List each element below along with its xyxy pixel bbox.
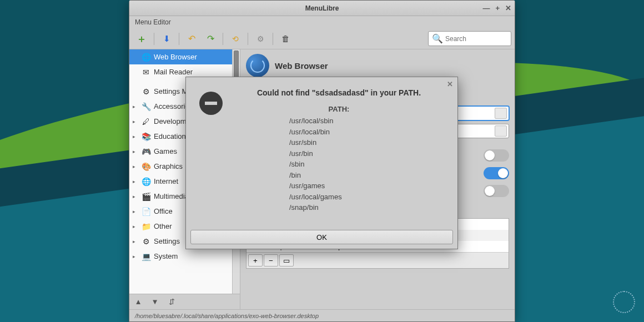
- revert-icon: ⟲: [232, 34, 239, 43]
- delete-button[interactable]: 🗑: [276, 31, 294, 47]
- sidebar-footer: ▲ ▼ ⇵: [129, 294, 240, 309]
- window-subtitle: Menu Editor: [129, 16, 515, 28]
- expand-icon: ▸: [133, 194, 138, 199]
- browse-dir-button[interactable]: [495, 125, 507, 137]
- expand-icon: ▸: [133, 104, 138, 109]
- path-entry: /usr/local/sbin: [289, 115, 444, 127]
- mail-icon: ✉: [141, 67, 151, 77]
- expand-icon: ▸: [133, 239, 138, 244]
- sidebar-item-label: Internet: [154, 177, 178, 185]
- path-entry: /bin: [289, 170, 444, 181]
- sidebar-item-label: Education: [154, 132, 186, 140]
- path-entry: /usr/local/games: [289, 192, 444, 203]
- sort-button[interactable]: ⇵: [164, 295, 179, 308]
- expand-icon: ▸: [133, 179, 138, 184]
- redo-button[interactable]: ↷: [202, 31, 219, 47]
- category-remove-button[interactable]: −: [264, 254, 278, 266]
- expand-icon: ▸: [133, 224, 138, 229]
- dock-indicator[interactable]: [613, 291, 635, 313]
- settings-icon: ⚙: [141, 87, 151, 97]
- close-button[interactable]: ✕: [505, 4, 511, 12]
- expand-icon: ▸: [133, 149, 138, 154]
- system-icon: 💻: [141, 251, 151, 261]
- undo-icon: ↶: [188, 33, 195, 44]
- media-icon: 🎬: [141, 192, 151, 202]
- gears-icon: ⚙: [257, 34, 264, 43]
- category-add-button[interactable]: +: [248, 254, 263, 266]
- undo-button[interactable]: ↶: [183, 31, 200, 47]
- other-icon: 📁: [141, 222, 151, 232]
- arrow-up-icon: ▲: [134, 298, 142, 306]
- sidebar-item-system[interactable]: ▸💻System: [129, 249, 232, 264]
- plus-icon: ＋: [137, 32, 147, 46]
- sidebar-item-label: Mail Reader: [154, 68, 193, 76]
- window-title: MenuLibre: [305, 4, 339, 12]
- toggle-2[interactable]: [484, 167, 509, 179]
- path-entry: /usr/games: [289, 180, 444, 192]
- expand-icon: ▸: [133, 119, 138, 124]
- search-icon: 🔍: [432, 33, 443, 44]
- path-entry: /sbin: [289, 159, 444, 170]
- dialog-title: Could not find "sdsadsadasd" in your PAT…: [234, 88, 444, 97]
- sidebar-item-label: Multimedia: [154, 192, 189, 200]
- execute-button[interactable]: ⚙: [251, 31, 269, 47]
- swiss-icon: 🔧: [141, 102, 151, 112]
- redo-icon: ↷: [207, 33, 214, 44]
- ok-button[interactable]: OK: [190, 230, 453, 244]
- move-up-button[interactable]: ▲: [130, 295, 146, 308]
- save-button[interactable]: ⬇: [158, 31, 175, 47]
- graphics-icon: 🎨: [141, 162, 151, 172]
- plus-icon: +: [253, 256, 258, 265]
- sidebar-item-web-browser[interactable]: 🌐Web Browser: [129, 49, 232, 64]
- statusbar-path: /home/bluesabre/.local/share/application…: [135, 313, 319, 319]
- arrow-down-icon: ▼: [151, 298, 158, 306]
- sidebar-item-label: Graphics: [154, 162, 183, 170]
- expand-icon: ▸: [133, 254, 138, 259]
- settings-icon: ⚙: [141, 237, 151, 246]
- sidebar-item-label: Other: [154, 222, 172, 230]
- path-entry: /usr/sbin: [289, 137, 444, 148]
- sidebar-item-label: Games: [154, 147, 177, 155]
- sidebar-item-label: Office: [154, 207, 173, 215]
- globe-icon: 🌐: [141, 177, 151, 187]
- statusbar: /home/bluesabre/.local/share/application…: [129, 309, 515, 321]
- sidebar-item-label: Web Browser: [154, 53, 197, 61]
- toggle-1[interactable]: [484, 149, 509, 162]
- globe-icon: 🌐: [141, 52, 151, 62]
- dev-icon: 🖊: [141, 117, 151, 127]
- path-entry: /usr/bin: [289, 148, 444, 159]
- dialog-close-button[interactable]: ✕: [447, 80, 453, 88]
- toolbar: ＋ ⬇ ↶ ↷ ⟲ ⚙ 🗑 🔍: [129, 28, 515, 49]
- edu-icon: 📚: [141, 132, 151, 142]
- titlebar[interactable]: MenuLibre — + ✕: [129, 1, 515, 16]
- trash-icon: 🗑: [281, 34, 290, 43]
- sort-icon: ⇵: [169, 298, 175, 306]
- expand-icon: ▸: [133, 134, 138, 139]
- content-title: Web Browser: [275, 61, 328, 71]
- minimize-button[interactable]: —: [482, 4, 490, 12]
- sidebar-item-label: System: [154, 252, 178, 260]
- expand-icon: ▸: [133, 164, 138, 169]
- clear-icon: ▭: [283, 256, 290, 265]
- sidebar-item-label: Settings: [154, 237, 180, 245]
- save-icon: ⬇: [163, 34, 170, 44]
- category-clear-button[interactable]: ▭: [279, 254, 294, 266]
- path-list: /usr/local/sbin/usr/local/bin/usr/sbin/u…: [234, 115, 444, 213]
- path-entry: /usr/local/bin: [289, 127, 444, 138]
- revert-button[interactable]: ⟲: [227, 31, 244, 47]
- office-icon: 📄: [141, 207, 151, 217]
- maximize-button[interactable]: +: [495, 4, 500, 12]
- error-dialog: ✕ Could not find "sdsadsadasd" in your P…: [185, 77, 458, 249]
- minus-icon: −: [269, 256, 273, 265]
- browse-command-button[interactable]: [495, 108, 507, 119]
- search-box[interactable]: 🔍: [428, 31, 511, 46]
- move-down-button[interactable]: ▼: [147, 295, 163, 308]
- search-input[interactable]: [445, 35, 507, 43]
- app-icon[interactable]: [246, 54, 269, 77]
- path-label: PATH:: [234, 105, 444, 113]
- add-button[interactable]: ＋: [133, 31, 150, 47]
- expand-icon: ▸: [133, 209, 138, 214]
- games-icon: 🎮: [141, 147, 151, 157]
- error-icon: [199, 92, 223, 115]
- toggle-3[interactable]: [484, 185, 509, 197]
